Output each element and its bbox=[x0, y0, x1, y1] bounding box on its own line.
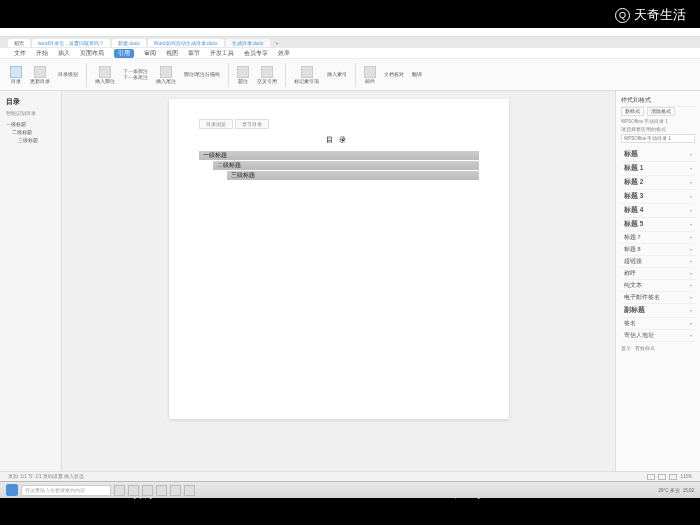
ribbon-toolbar: 目录 更新目录 目录级别 插入脚注 下一条脚注 下一条尾注 插入尾注 脚注/尾注… bbox=[0, 59, 700, 91]
style-item[interactable]: 电子邮件签名▾ bbox=[621, 292, 695, 304]
toc-heading: 目录 bbox=[199, 135, 479, 145]
taskbar-app-icon[interactable] bbox=[184, 485, 195, 496]
taskbar-app-icon[interactable] bbox=[128, 485, 139, 496]
ribbon-next-endnote[interactable]: 下一条尾注 bbox=[123, 75, 148, 80]
menu-layout[interactable]: 页面布局 bbox=[80, 50, 104, 57]
clock[interactable]: 15:02 bbox=[683, 488, 694, 493]
document-tabbar: 稻壳 word目录怎，设置旧版页码？ 新建 docx Word如何自动生成目录.… bbox=[0, 37, 700, 48]
nav-title: 目录 bbox=[4, 95, 57, 109]
ribbon-insert-endnote[interactable]: 插入尾注 bbox=[156, 66, 176, 84]
style-item[interactable]: 超链接▾ bbox=[621, 256, 695, 268]
watermark-text: 天奇生活 bbox=[634, 6, 686, 24]
toc-tab-chapter[interactable]: 章节目录 bbox=[235, 119, 269, 129]
watermark: Q 天奇生活 bbox=[615, 6, 686, 24]
ribbon-toc-level[interactable]: 目录级别 bbox=[58, 72, 78, 77]
style-show-label: 显示 bbox=[621, 346, 631, 351]
menu-dev[interactable]: 开发工具 bbox=[210, 50, 234, 57]
tab-doc3[interactable]: Word如何自动生成目录.docx bbox=[148, 39, 224, 47]
menu-home[interactable]: 开始 bbox=[36, 50, 48, 57]
ribbon-caption[interactable]: 题注 bbox=[237, 66, 249, 84]
menu-view[interactable]: 视图 bbox=[166, 50, 178, 57]
style-item[interactable]: 标题 2▾ bbox=[621, 176, 695, 190]
toc-tab-browse[interactable]: 目录浏览 bbox=[199, 119, 233, 129]
ribbon-insert-footnote[interactable]: 插入脚注 bbox=[95, 66, 115, 84]
tab-doc1[interactable]: word目录怎，设置旧版页码？ bbox=[32, 39, 110, 47]
style-item[interactable]: 标题 4▾ bbox=[621, 204, 695, 218]
document-page[interactable]: 目录浏览 章节目录 目录 一级标题 二级标题 三级标题 bbox=[169, 99, 509, 419]
ribbon-menubar: 文件 开始 插入 页面布局 引用 审阅 视图 章节 开发工具 会员专享 效率 bbox=[0, 48, 700, 59]
style-search-input[interactable] bbox=[621, 134, 695, 143]
ribbon-note-sep[interactable]: 脚注/尾注分隔线 bbox=[184, 72, 220, 77]
tab-home[interactable]: 稻壳 bbox=[8, 39, 30, 47]
taskbar-search[interactable]: 在这里输入你要搜索的内容 bbox=[21, 485, 111, 496]
zoom-level[interactable]: 115% bbox=[680, 474, 692, 479]
style-item[interactable]: 标题 3▾ bbox=[621, 190, 695, 204]
style-item[interactable]: 标题 1▾ bbox=[621, 162, 695, 176]
footnote-icon bbox=[99, 66, 111, 78]
style-item[interactable]: 签名▾ bbox=[621, 318, 695, 330]
mark-icon bbox=[301, 66, 313, 78]
ribbon-mark-index[interactable]: 标记索引项 bbox=[294, 66, 319, 84]
taskbar-app-icon[interactable] bbox=[156, 485, 167, 496]
caption-icon bbox=[237, 66, 249, 78]
menu-vip[interactable]: 会员专享 bbox=[244, 50, 268, 57]
view-mode-icon[interactable] bbox=[647, 474, 655, 480]
new-style-button[interactable]: 新样式 bbox=[621, 107, 644, 116]
menu-file[interactable]: 文件 bbox=[14, 50, 26, 57]
navigation-panel: 目录 智能识别目录 一级标题 二级标题 三级标题 bbox=[0, 91, 62, 471]
ribbon-toc[interactable]: 目录 bbox=[10, 66, 22, 84]
weather-widget[interactable]: 29°C 多云 bbox=[658, 488, 679, 493]
style-item[interactable]: 称呼▾ bbox=[621, 268, 695, 280]
style-show-value[interactable]: 有效样式 bbox=[635, 346, 655, 351]
nav-item-l3[interactable]: 三级标题 bbox=[4, 136, 57, 144]
menu-efficiency[interactable]: 效率 bbox=[278, 50, 290, 57]
style-item[interactable]: 标题▾ bbox=[621, 147, 695, 162]
nav-item-l1[interactable]: 一级标题 bbox=[4, 120, 57, 128]
ribbon-doccheck[interactable]: 文档校对 bbox=[384, 72, 404, 77]
system-tray: 29°C 多云 15:02 bbox=[658, 488, 694, 493]
desktop-screen: 稻壳 word目录怎，设置旧版页码？ 新建 docx Word如何自动生成目录.… bbox=[0, 28, 700, 468]
toc-entry-l3[interactable]: 三级标题 bbox=[227, 171, 479, 180]
update-icon bbox=[34, 66, 46, 78]
ribbon-footnote-group: 下一条脚注 下一条尾注 bbox=[123, 69, 148, 80]
tab-doc2[interactable]: 新建 docx bbox=[112, 39, 146, 47]
styles-panel-title: 样式和格式 bbox=[621, 97, 651, 104]
ribbon-insert-index[interactable]: 插入索引 bbox=[327, 72, 347, 77]
nav-smart-toc[interactable]: 智能识别目录 bbox=[4, 109, 57, 117]
ribbon-translate[interactable]: 翻译 bbox=[412, 72, 422, 77]
start-button[interactable] bbox=[6, 484, 18, 496]
ribbon-next-footnote[interactable]: 下一条脚注 bbox=[123, 69, 148, 74]
style-item[interactable]: 寄信人地址▾ bbox=[621, 330, 695, 342]
taskbar-app-icon[interactable] bbox=[170, 485, 181, 496]
statusbar-info: 页面: 1/1 节: 1/1 页码设置 插入状态 bbox=[8, 474, 84, 479]
main-area: 目录 智能识别目录 一级标题 二级标题 三级标题 目录浏览 章节目录 目录 一级… bbox=[0, 91, 700, 471]
clear-format-button[interactable]: 清除格式 bbox=[647, 107, 675, 116]
style-item[interactable]: 标题 5▾ bbox=[621, 218, 695, 232]
ribbon-update-toc[interactable]: 更新目录 bbox=[30, 66, 50, 84]
toc-entry-l1[interactable]: 一级标题 bbox=[199, 151, 479, 160]
statusbar: 页面: 1/1 节: 1/1 页码设置 插入状态 115% bbox=[0, 471, 700, 481]
tab-add[interactable]: + bbox=[272, 39, 283, 47]
ribbon-mail[interactable]: 邮件 bbox=[364, 66, 376, 84]
ribbon-separator bbox=[86, 63, 87, 87]
menu-review[interactable]: 审阅 bbox=[144, 50, 156, 57]
style-item[interactable]: 标题 8▾ bbox=[621, 244, 695, 256]
style-item[interactable]: 标题 7▾ bbox=[621, 232, 695, 244]
view-mode-icon[interactable] bbox=[669, 474, 677, 480]
crossref-icon bbox=[261, 66, 273, 78]
view-mode-icon[interactable] bbox=[658, 474, 666, 480]
taskbar-app-icon[interactable] bbox=[114, 485, 125, 496]
nav-item-l2[interactable]: 二级标题 bbox=[4, 128, 57, 136]
menu-insert[interactable]: 插入 bbox=[58, 50, 70, 57]
menu-reference[interactable]: 引用 bbox=[114, 49, 134, 58]
toc-entry-l2[interactable]: 二级标题 bbox=[213, 161, 479, 170]
style-item[interactable]: 副标题▾ bbox=[621, 304, 695, 318]
style-item[interactable]: 纯文本▾ bbox=[621, 280, 695, 292]
styles-panel: 样式和格式 新样式 清除格式 WPSOffice 手动目录 1 请选择要应用的格… bbox=[615, 91, 700, 471]
taskbar-pinned bbox=[114, 485, 195, 496]
ribbon-crossref[interactable]: 交叉引用 bbox=[257, 66, 277, 84]
document-viewport[interactable]: 目录浏览 章节目录 目录 一级标题 二级标题 三级标题 bbox=[62, 91, 615, 471]
taskbar-app-icon[interactable] bbox=[142, 485, 153, 496]
tab-doc4[interactable]: 生成目录.docx bbox=[226, 39, 270, 47]
menu-section[interactable]: 章节 bbox=[188, 50, 200, 57]
